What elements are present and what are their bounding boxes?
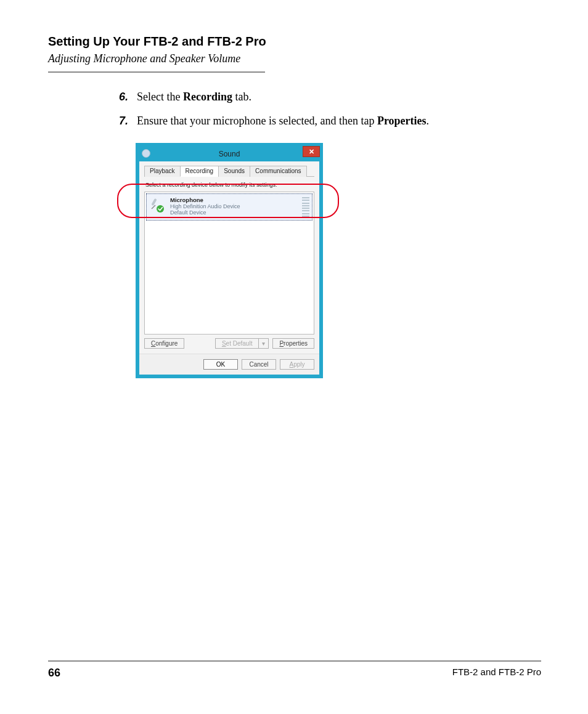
header-rule — [48, 71, 265, 73]
step-text-post: tab. — [232, 91, 251, 103]
step-text-pre: Select the — [137, 91, 183, 103]
button-label: Apply — [289, 361, 304, 368]
device-item-microphone[interactable]: Microphone High Definition Audio Device … — [146, 193, 312, 221]
instruction-text: Select a recording device below to modif… — [144, 179, 314, 192]
set-default-button[interactable]: Set Default — [215, 338, 259, 349]
close-icon: ✕ — [309, 148, 314, 156]
device-name: Microphone — [170, 197, 298, 203]
chevron-down-icon: ▾ — [262, 340, 265, 347]
properties-button[interactable]: Properties — [272, 338, 314, 349]
step-text: Select the Recording tab. — [137, 89, 251, 105]
page-number: 66 — [48, 667, 60, 680]
step-7: 7. Ensure that your microphone is select… — [117, 113, 549, 129]
svg-point-1 — [157, 205, 164, 213]
level-meter — [302, 197, 309, 217]
manual-page: Setting Up Your FTB-2 and FTB-2 Pro Adju… — [0, 0, 588, 714]
configure-button[interactable]: Configure — [144, 338, 184, 349]
step-text-bold: Recording — [183, 91, 232, 103]
tabstrip: Playback Recording Sounds Communications — [144, 165, 314, 177]
page-footer: 66 FTB-2 and FTB-2 Pro — [48, 660, 541, 680]
step-text-bold: Properties — [377, 115, 427, 127]
dialog-body: Playback Recording Sounds Communications… — [139, 161, 319, 354]
step-list: 6. Select the Recording tab. 7. Ensure t… — [117, 89, 549, 137]
close-button[interactable]: ✕ — [303, 146, 320, 157]
device-status: Default Device — [170, 209, 298, 216]
speaker-icon — [142, 149, 150, 158]
button-label: Configure — [151, 340, 178, 347]
tab-label: Playback — [150, 168, 175, 174]
button-label: OK — [216, 361, 225, 368]
step-text-pre: Ensure that your microphone is selected,… — [137, 115, 377, 127]
dialog-title: Sound — [219, 150, 240, 158]
tab-playback[interactable]: Playback — [144, 166, 181, 177]
tab-sounds[interactable]: Sounds — [218, 166, 250, 177]
section-title: Adjusting Microphone and Speaker Volume — [48, 52, 541, 65]
chapter-title: Setting Up Your FTB-2 and FTB-2 Pro — [48, 34, 541, 49]
sound-dialog-figure: Sound ✕ Playback Recording Sounds Commun… — [136, 143, 323, 378]
footer-row: 66 FTB-2 and FTB-2 Pro — [48, 667, 541, 680]
apply-button[interactable]: Apply — [280, 359, 314, 370]
sound-dialog: Sound ✕ Playback Recording Sounds Commun… — [136, 143, 323, 378]
ok-button[interactable]: OK — [203, 359, 238, 370]
device-subtitle: High Definition Audio Device — [170, 203, 298, 209]
document-id: FTB-2 and FTB-2 Pro — [452, 667, 541, 680]
page-header: Setting Up Your FTB-2 and FTB-2 Pro Adju… — [48, 34, 541, 73]
button-label: Cancel — [249, 361, 268, 368]
device-list[interactable]: Microphone High Definition Audio Device … — [144, 192, 314, 335]
right-button-group: Set Default ▾ Properties — [215, 338, 314, 349]
button-label: Properties — [279, 340, 308, 347]
tab-label: Sounds — [224, 168, 245, 174]
step-number: 7. — [117, 113, 128, 129]
step-text-post: . — [427, 115, 430, 127]
set-default-split-button[interactable]: Set Default ▾ — [215, 338, 269, 349]
device-text: Microphone High Definition Audio Device … — [170, 197, 298, 216]
tab-recording[interactable]: Recording — [180, 166, 219, 177]
set-default-dropdown[interactable]: ▾ — [259, 338, 269, 349]
titlebar[interactable]: Sound ✕ — [139, 147, 319, 161]
footer-rule — [48, 660, 541, 662]
tab-label: Recording — [186, 168, 214, 174]
step-number: 6. — [117, 89, 128, 105]
tab-communications[interactable]: Communications — [250, 166, 306, 177]
dialog-footer: OK Cancel Apply — [139, 354, 319, 375]
step-text: Ensure that your microphone is selected,… — [137, 113, 429, 129]
cancel-button[interactable]: Cancel — [242, 359, 276, 370]
button-label: Set Default — [222, 340, 252, 347]
tab-label: Communications — [255, 168, 301, 174]
step-6: 6. Select the Recording tab. — [117, 89, 549, 105]
svg-rect-0 — [151, 198, 157, 206]
tab-button-row: Configure Set Default ▾ Properties — [144, 338, 314, 349]
microphone-icon — [149, 197, 166, 214]
